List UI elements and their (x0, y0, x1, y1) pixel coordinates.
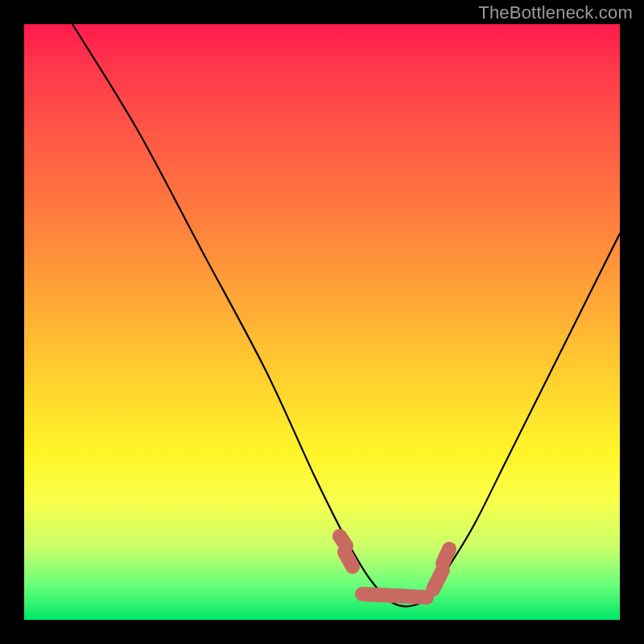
marker-segment (433, 570, 443, 589)
chart-frame: TheBottleneck.com (0, 0, 644, 644)
curve-svg (24, 24, 620, 620)
marker-segment (362, 594, 427, 597)
optimal-range-markers (340, 536, 449, 597)
bottleneck-curve (72, 24, 620, 606)
watermark-text: TheBottleneck.com (478, 2, 633, 23)
plot-area (24, 24, 620, 620)
marker-segment (443, 549, 449, 564)
marker-segment (340, 536, 346, 546)
marker-segment (345, 552, 353, 567)
